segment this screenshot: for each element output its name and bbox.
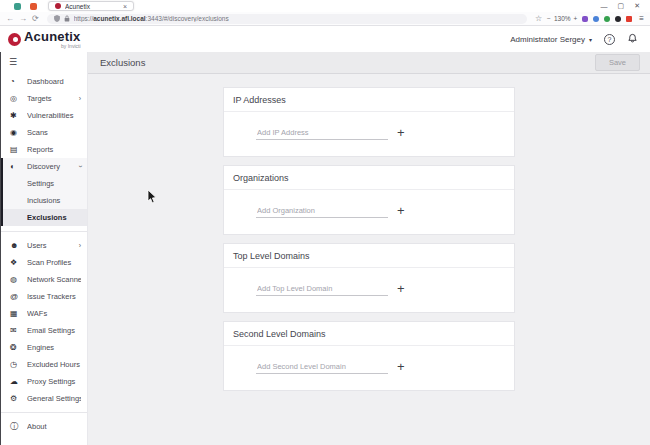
sidebar-item-exclusions[interactable]: Exclusions (3, 209, 87, 226)
sidebar-item-label: Email Settings (27, 326, 81, 335)
user-menu[interactable]: Administrator Sergey ▾ (510, 35, 592, 44)
extension-icon-5[interactable] (626, 16, 632, 22)
cloud-icon: ☁ (10, 377, 27, 386)
pinned-tab-icon-1[interactable] (14, 3, 21, 10)
app-header: Acunetix by Invicti Administrator Sergey… (0, 26, 650, 52)
sidebar-item-reports[interactable]: ▤ Reports (0, 141, 87, 158)
add-organization-input[interactable] (256, 204, 388, 218)
help-icon[interactable]: ? (604, 34, 615, 45)
add-top-level-domain-button[interactable]: + (395, 284, 407, 294)
close-window-icon[interactable]: ✕ (634, 2, 640, 10)
extension-icon-2[interactable] (593, 16, 599, 22)
save-button[interactable]: Save (595, 54, 640, 71)
document-icon: ▤ (10, 145, 27, 154)
sidebar-item-label: Inclusions (27, 196, 81, 205)
browser-menu-icon[interactable]: ≡ (639, 14, 644, 23)
chevron-right-icon: › (79, 95, 81, 102)
bookmark-star-icon[interactable]: ☆ (535, 14, 542, 23)
browser-tab-bar: Acunetix × — ▢ ✕ (0, 0, 650, 12)
maximize-icon[interactable]: ▢ (618, 2, 625, 10)
window-controls: — ▢ ✕ (601, 2, 646, 10)
main-area: Exclusions Save IP Addresses + Organizat… (88, 52, 650, 445)
clock-icon: ◷ (10, 360, 27, 369)
firewall-icon: ▦ (10, 309, 27, 318)
acunetix-logo: Acunetix by Invicti (8, 30, 81, 49)
sidebar-item-network-scanner[interactable]: ◍ Network Scanner (0, 271, 87, 288)
sidebar-item-label: Excluded Hours (27, 360, 81, 369)
page-title: Exclusions (100, 57, 595, 68)
shield-icon (54, 15, 60, 22)
sidebar-item-about[interactable]: ⓘ About (0, 418, 87, 435)
extension-icon-1[interactable] (582, 16, 588, 22)
section-card-top-level-domains: Top Level Domains + (223, 243, 515, 313)
section-title: IP Addresses (224, 88, 514, 112)
forward-icon[interactable]: → (19, 15, 27, 23)
sidebar-item-label: Users (27, 241, 79, 250)
sidebar-item-vulnerabilities[interactable]: ✱ Vulnerabilities (0, 107, 87, 124)
sidebar-item-label: Exclusions (27, 213, 81, 222)
sidebar-item-scan-profiles[interactable]: ❖ Scan Profiles (0, 254, 87, 271)
add-second-level-domain-button[interactable]: + (395, 362, 407, 372)
chevron-down-icon: › (76, 165, 83, 167)
sidebar-item-scans[interactable]: ◉ Scans (0, 124, 87, 141)
zoom-controls: − 130% + (547, 15, 577, 22)
add-ip-address-input[interactable] (256, 126, 388, 140)
user-name: Administrator Sergey (510, 35, 585, 44)
acunetix-favicon-icon (55, 3, 61, 9)
sidebar-item-label: Issue Trackers (27, 292, 81, 301)
section-title: Second Level Domains (224, 322, 514, 346)
browser-tab[interactable]: Acunetix × (48, 1, 134, 11)
sidebar-item-inclusions[interactable]: Inclusions (3, 192, 87, 209)
discovery-group: ◐ Discovery › Settings Inclusions Exclus… (0, 158, 87, 226)
sidebar-item-proxy-settings[interactable]: ☁ Proxy Settings (0, 373, 87, 390)
acunetix-logo-icon (8, 33, 21, 46)
add-organization-button[interactable]: + (395, 206, 407, 216)
brand-subtitle: by Invicti (61, 44, 80, 49)
sidebar-divider (0, 231, 87, 232)
sidebar-item-users[interactable]: ☻ Users › (0, 237, 87, 254)
sidebar-item-discovery[interactable]: ◐ Discovery › (3, 158, 87, 175)
url-bar[interactable]: https://acunetix.afl.local:3443/#/discov… (47, 14, 527, 24)
back-icon[interactable]: ← (6, 15, 14, 23)
dashboard-icon: ◔ (10, 77, 27, 86)
pinned-tab-icon-2[interactable] (30, 3, 37, 10)
envelope-icon: ✉ (10, 326, 27, 335)
notifications-bell-icon[interactable] (627, 30, 638, 48)
extension-icon-3[interactable] (604, 16, 610, 22)
sidebar-item-engines[interactable]: ❂ Engines (0, 339, 87, 356)
minimize-icon[interactable]: — (601, 3, 608, 10)
sidebar-item-email-settings[interactable]: ✉ Email Settings (0, 322, 87, 339)
add-ip-address-button[interactable]: + (395, 128, 407, 138)
sidebar-item-label: WAFs (27, 309, 81, 318)
zoom-level[interactable]: 130% (554, 15, 571, 22)
add-top-level-domain-input[interactable] (256, 282, 388, 296)
sidebar-item-discovery-settings[interactable]: Settings (3, 175, 87, 192)
header-actions: Administrator Sergey ▾ ? (510, 30, 638, 48)
extension-icon-4[interactable] (615, 16, 621, 22)
sidebar-item-label: Engines (27, 343, 81, 352)
compass-icon: ◐ (10, 162, 27, 171)
zoom-in-icon[interactable]: + (574, 15, 578, 22)
chevron-right-icon: › (79, 242, 81, 249)
chevron-down-icon: ▾ (589, 36, 592, 43)
sidebar-item-label: Network Scanner (27, 275, 81, 284)
reload-icon[interactable]: ⟳ (32, 15, 39, 23)
sidebar-item-label: General Settings (27, 394, 81, 403)
sidebar-item-label: Scans (27, 128, 81, 137)
sidebar-item-issue-trackers[interactable]: @ Issue Trackers (0, 288, 87, 305)
sidebar-item-general-settings[interactable]: ⚙ General Settings (0, 390, 87, 407)
sidebar: ☰ ◔ Dashboard ◎ Targets › ✱ Vulnerabilit… (0, 52, 88, 445)
sidebar-item-dashboard[interactable]: ◔ Dashboard (0, 73, 87, 90)
sidebar-item-targets[interactable]: ◎ Targets › (0, 90, 87, 107)
section-card-second-level-domains: Second Level Domains + (223, 321, 515, 391)
sidebar-item-wafs[interactable]: ▦ WAFs (0, 305, 87, 322)
sidebar-menu-icon[interactable]: ☰ (0, 52, 87, 73)
lock-icon (64, 15, 70, 22)
sidebar-item-excluded-hours[interactable]: ◷ Excluded Hours (0, 356, 87, 373)
sidebar-divider (0, 412, 87, 413)
section-card-organizations: Organizations + (223, 165, 515, 235)
sidebar-item-label: Proxy Settings (27, 377, 81, 386)
zoom-out-icon[interactable]: − (547, 15, 551, 22)
add-second-level-domain-input[interactable] (256, 360, 388, 374)
close-tab-icon[interactable]: × (123, 3, 127, 10)
